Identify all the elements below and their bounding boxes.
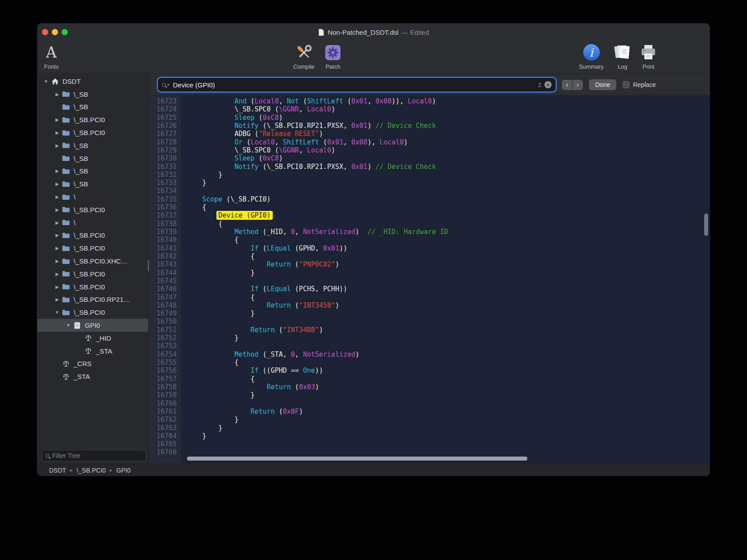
code-line[interactable]: }: [186, 334, 710, 342]
code-line[interactable]: [186, 342, 710, 350]
tree-item-sbpci0[interactable]: ▶\_SB.PCI0: [37, 229, 148, 242]
tree-item-sbpci0[interactable]: ▶\_SB.PCI0: [37, 242, 148, 255]
horizontal-scrollbar[interactable]: [187, 457, 527, 461]
disclosure-triangle-icon[interactable]: ▶: [54, 117, 61, 122]
disclosure-triangle-icon[interactable]: ▶: [54, 207, 61, 212]
tree-item-sta[interactable]: _STA: [37, 345, 148, 358]
code-line[interactable]: [186, 317, 710, 325]
splitter-grip[interactable]: [148, 260, 149, 272]
tree-item-gpi0[interactable]: ▼GPI0: [37, 319, 148, 332]
tree-item-sbpci0[interactable]: ▶\_SB.PCI0: [37, 126, 148, 139]
code-line[interactable]: }: [186, 432, 710, 440]
code-line[interactable]: }: [186, 391, 710, 399]
code-line[interactable]: Scope (\_SB.PCI0): [186, 195, 710, 203]
find-input[interactable]: ▾ Device (GPI0) 2 ×: [158, 78, 556, 91]
toolbar-compile-button[interactable]: Compile: [291, 42, 317, 70]
code-line[interactable]: {: [186, 375, 710, 383]
code-line[interactable]: Return (0x03): [186, 383, 710, 391]
disclosure-triangle-icon[interactable]: ▶: [54, 220, 61, 225]
tree-item-sbpci0[interactable]: ▼\_SB.PCI0: [37, 306, 148, 319]
code-line[interactable]: Method (_STA, 0, NotSerialized): [186, 350, 710, 358]
toolbar-print-button[interactable]: Print: [635, 42, 661, 70]
toolbar-patch-button[interactable]: Patch: [320, 42, 346, 70]
code-line[interactable]: Sleep (0xC8): [186, 154, 710, 162]
code-line[interactable]: Return ("PNP0C02"): [186, 260, 710, 268]
tree-item-sbpci0xhc[interactable]: ▶\_SB.PCI0.XHC…: [37, 255, 148, 268]
replace-checkbox[interactable]: [622, 81, 630, 88]
disclosure-triangle-icon[interactable]: ▶: [54, 284, 61, 289]
zoom-window-button[interactable]: [62, 29, 68, 35]
vertical-scrollbar[interactable]: [704, 214, 708, 236]
disclosure-triangle-icon[interactable]: ▶: [54, 297, 61, 302]
close-window-button[interactable]: [42, 29, 48, 35]
tree-item-dsdt[interactable]: ▼DSDT: [37, 75, 148, 88]
code-line[interactable]: }: [186, 179, 710, 187]
disclosure-triangle-icon[interactable]: ▶: [54, 181, 61, 186]
disclosure-triangle-icon[interactable]: ▶: [54, 194, 61, 199]
code-line[interactable]: {: [186, 220, 710, 228]
toolbar-summary-button[interactable]: i Summary: [578, 42, 604, 70]
code-line[interactable]: [186, 399, 710, 408]
disclosure-triangle-icon[interactable]: ▼: [65, 323, 72, 328]
code-line[interactable]: }: [186, 269, 710, 277]
filter-tree-field[interactable]: Filter Tree: [42, 450, 146, 461]
disclosure-triangle-icon[interactable]: ▶: [54, 92, 61, 97]
tree-item-sb[interactable]: ▶\_SB: [37, 177, 148, 190]
code-line[interactable]: [186, 440, 710, 448]
code-line[interactable]: {: [186, 252, 710, 260]
disclosure-triangle-icon[interactable]: ▼: [54, 310, 61, 315]
search-menu-icon[interactable]: ▾: [162, 82, 170, 87]
code-line[interactable]: {: [186, 236, 710, 244]
code-line[interactable]: Return (0x0F): [186, 408, 710, 416]
code-line[interactable]: If (LEqual (PCHS, PCHH)): [186, 285, 710, 293]
code-line[interactable]: \_SB.SPC0 (\GGNR, Local0): [186, 146, 710, 154]
tree-item-sb[interactable]: \_SB: [37, 101, 148, 114]
disclosure-triangle-icon[interactable]: ▶: [54, 259, 61, 264]
disclosure-triangle-icon[interactable]: ▶: [54, 233, 61, 238]
code-line[interactable]: {: [186, 293, 710, 301]
find-next-button[interactable]: ›: [573, 80, 583, 90]
tree-item-sta[interactable]: _STA: [37, 370, 148, 383]
tree-item-sbpci0[interactable]: ▶\_SB.PCI0: [37, 280, 148, 293]
code-line[interactable]: Method (_HID, 0, NotSerialized) // _HID:…: [186, 228, 710, 236]
tree-item-crs[interactable]: _CRS: [37, 358, 148, 371]
code-lines[interactable]: And (Local0, Not (ShiftLeft (0x01, 0x08)…: [181, 96, 710, 464]
tree-item-hid[interactable]: _HID: [37, 332, 148, 345]
done-button[interactable]: Done: [589, 79, 616, 90]
code-line[interactable]: Notify (\_SB.PCI0.RP21.PXSX, 0x01) // De…: [186, 163, 710, 171]
code-line[interactable]: {: [186, 203, 710, 211]
code-line[interactable]: }: [186, 309, 710, 317]
minimize-window-button[interactable]: [52, 29, 58, 35]
code-line[interactable]: Return ("INT34BB"): [186, 326, 710, 334]
clear-search-button[interactable]: ×: [544, 81, 552, 88]
code-line[interactable]: And (Local0, Not (ShiftLeft (0x01, 0x08)…: [186, 97, 710, 105]
breadcrumb-item[interactable]: \_SB.PCI0: [77, 467, 106, 474]
code-editor[interactable]: 1672316724167251672616727167281672916730…: [149, 95, 710, 464]
toolbar-fonts-button[interactable]: A Fonts: [38, 42, 64, 70]
code-line[interactable]: [186, 277, 710, 285]
tree-item-sbpci0[interactable]: ▶\_SB.PCI0: [37, 268, 148, 280]
code-line[interactable]: }: [186, 424, 710, 432]
tree-item-sbpci0[interactable]: ▶\_SB.PCI0: [37, 203, 148, 216]
code-line[interactable]: If (LEqual (GPHD, 0x01)): [186, 244, 710, 252]
code-line[interactable]: If ((GPHD == One)): [186, 366, 710, 375]
toolbar-log-button[interactable]: Log: [610, 42, 635, 70]
code-line[interactable]: Notify (\_SB.PCI0.RP21.PXSX, 0x01) // De…: [186, 122, 710, 130]
tree-item-sb[interactable]: ▶\_SB: [37, 88, 148, 101]
tree-item-sbpci0[interactable]: ▶\_SB.PCI0: [37, 113, 148, 126]
breadcrumb-item[interactable]: GPI0: [116, 467, 131, 474]
disclosure-triangle-icon[interactable]: ▶: [54, 130, 61, 135]
code-line[interactable]: ADBG ("Release RESET"): [186, 130, 710, 138]
tree-item-sb[interactable]: ▶\_SB: [37, 139, 148, 152]
tree-item-[interactable]: ▶\: [37, 216, 148, 229]
tree-item-sb[interactable]: \_SB: [37, 152, 148, 165]
disclosure-triangle-icon[interactable]: ▼: [42, 79, 50, 84]
code-line[interactable]: \_SB.SPC0 (\GGNR, Local0): [186, 105, 710, 113]
tree-item-[interactable]: ▶\: [37, 190, 148, 203]
find-previous-button[interactable]: ‹: [562, 80, 572, 90]
breadcrumb-item[interactable]: DSDT: [49, 467, 66, 474]
document-proxy-icon[interactable]: [318, 29, 324, 36]
code-line[interactable]: Sleep (0xC8): [186, 114, 710, 122]
tree-item-sb[interactable]: ▶\_SB: [37, 165, 148, 178]
code-line[interactable]: [186, 187, 710, 195]
